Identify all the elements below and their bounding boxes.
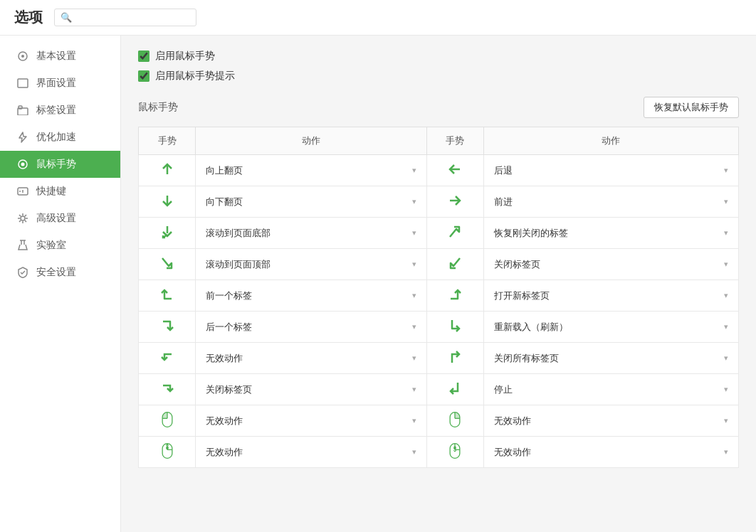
section-title: 鼠标手势 xyxy=(138,101,178,114)
sidebar-label-tabs: 标签设置 xyxy=(36,104,76,117)
dropdown-arrow[interactable]: ▾ xyxy=(412,353,416,363)
sidebar-item-tabs[interactable]: 标签设置 xyxy=(0,97,120,124)
sidebar-label-advanced: 高级设置 xyxy=(36,212,76,225)
svg-line-16 xyxy=(19,215,21,216)
boost-icon xyxy=(16,131,29,144)
main-layout: 基本设置 界面设置 标签设置 优化加速 鼠标手势 xyxy=(0,36,756,532)
sidebar: 基本设置 界面设置 标签设置 优化加速 鼠标手势 xyxy=(0,36,121,532)
action-label: 滚动到页面底部 xyxy=(206,227,271,240)
dropdown-arrow[interactable]: ▾ xyxy=(724,385,728,394)
action-label: 后一个标签 xyxy=(206,321,252,334)
dropdown-arrow[interactable]: ▾ xyxy=(724,291,728,300)
svg-line-17 xyxy=(25,220,26,222)
dropdown-arrow[interactable]: ▾ xyxy=(412,291,416,300)
sidebar-item-boost[interactable]: 优化加速 xyxy=(0,124,120,151)
sidebar-item-shortcut[interactable]: 快捷键 xyxy=(0,178,120,205)
gesture-table: 手势 动作 手势 动作 向上翻页 ▾ xyxy=(138,127,739,468)
checkbox-hint-input[interactable] xyxy=(138,70,149,82)
gesture-icon-cell xyxy=(139,374,196,405)
action-label: 向下翻页 xyxy=(206,196,243,208)
sidebar-item-basic[interactable]: 基本设置 xyxy=(0,43,120,70)
sidebar-item-ui[interactable]: 界面设置 xyxy=(0,70,120,97)
svg-line-19 xyxy=(19,220,21,222)
action-label: 无效动作 xyxy=(494,415,531,427)
action-label: 恢复刚关闭的标签 xyxy=(494,227,568,240)
gesture-icon-cell xyxy=(139,155,196,186)
sidebar-item-security[interactable]: 安全设置 xyxy=(0,259,120,286)
gesture-icon-cell xyxy=(139,343,196,374)
gesture-icon-cell xyxy=(139,186,196,218)
gesture-icon-cell xyxy=(139,437,196,468)
gesture-icon-cell xyxy=(426,186,483,218)
gesture-icon-cell xyxy=(139,249,196,280)
gesture-icon-cell xyxy=(426,218,483,249)
sidebar-item-advanced[interactable]: 高级设置 xyxy=(0,205,120,232)
action-label: 关闭所有标签页 xyxy=(494,352,559,365)
dropdown-arrow[interactable]: ▾ xyxy=(412,228,416,238)
table-row: 滚动到页面顶部 ▾ 关闭标签页 ▾ xyxy=(139,249,739,280)
gesture-icon-cell xyxy=(426,405,483,437)
dropdown-arrow[interactable]: ▾ xyxy=(412,260,416,269)
gesture-icon-cell xyxy=(426,249,483,280)
dropdown-arrow[interactable]: ▾ xyxy=(724,416,728,425)
th-action-2: 动作 xyxy=(483,127,738,155)
table-row: 向下翻页 ▾ 前进 ▾ xyxy=(139,186,739,218)
svg-point-11 xyxy=(21,216,25,220)
table-row: 滚动到页面底部 ▾ 恢复刚关闭的标签 ▾ xyxy=(139,218,739,249)
tabs-icon xyxy=(16,104,29,117)
advanced-icon xyxy=(16,212,29,225)
action-label: 前进 xyxy=(494,196,513,208)
sidebar-item-lab[interactable]: 实验室 xyxy=(0,232,120,259)
gesture-icon-cell xyxy=(139,218,196,249)
sidebar-label-ui: 界面设置 xyxy=(36,77,76,90)
svg-line-18 xyxy=(25,215,26,216)
action-label: 关闭标签页 xyxy=(206,383,252,396)
gesture-icon-cell xyxy=(426,374,483,405)
basic-icon xyxy=(16,50,29,63)
svg-rect-37 xyxy=(454,446,456,449)
svg-rect-34 xyxy=(166,446,168,449)
search-input[interactable] xyxy=(75,12,190,23)
sidebar-item-gesture[interactable]: 鼠标手势 xyxy=(0,151,120,178)
dropdown-arrow[interactable]: ▾ xyxy=(412,166,416,175)
dropdown-arrow[interactable]: ▾ xyxy=(724,447,728,457)
table-row: 无效动作 ▾ xyxy=(139,437,739,468)
search-icon: 🔍 xyxy=(61,12,72,23)
table-row: 前一个标签 ▾ 打开新标签页 ▾ xyxy=(139,280,739,312)
dropdown-arrow[interactable]: ▾ xyxy=(724,228,728,238)
action-label: 重新载入（刷新） xyxy=(494,321,568,334)
section-header: 鼠标手势 恢复默认鼠标手势 xyxy=(138,97,739,118)
gesture-icon-cell xyxy=(426,312,483,343)
gesture-icon-cell xyxy=(139,312,196,343)
restore-button[interactable]: 恢复默认鼠标手势 xyxy=(644,97,739,118)
th-action-1: 动作 xyxy=(196,127,427,155)
lab-icon xyxy=(16,239,29,252)
dropdown-arrow[interactable]: ▾ xyxy=(412,322,416,331)
checkbox-enable-hint: 启用鼠标手势提示 xyxy=(138,70,739,83)
th-gesture-1: 手势 xyxy=(139,127,196,155)
action-label: 无效动作 xyxy=(206,446,243,459)
dropdown-arrow[interactable]: ▾ xyxy=(724,260,728,269)
dropdown-arrow[interactable]: ▾ xyxy=(412,385,416,394)
dropdown-arrow[interactable]: ▾ xyxy=(412,416,416,425)
dropdown-arrow[interactable]: ▾ xyxy=(724,322,728,331)
gesture-icon-cell xyxy=(426,280,483,312)
table-row: 后一个标签 ▾ 重新载入（刷新） ▾ xyxy=(139,312,739,343)
dropdown-arrow[interactable]: ▾ xyxy=(724,166,728,175)
dropdown-arrow[interactable]: ▾ xyxy=(724,197,728,206)
action-label: 向上翻页 xyxy=(206,164,243,177)
gesture-icon-cell xyxy=(426,437,483,468)
ui-icon xyxy=(16,77,29,90)
th-gesture-2: 手势 xyxy=(426,127,483,155)
dropdown-arrow[interactable]: ▾ xyxy=(412,447,416,457)
table-row: 向上翻页 ▾ 后退 ▾ xyxy=(139,155,739,186)
checkbox-enable-gesture: 启用鼠标手势 xyxy=(138,50,739,63)
table-row: 关闭标签页 ▾ 停止 ▾ xyxy=(139,374,739,405)
dropdown-arrow[interactable]: ▾ xyxy=(724,353,728,363)
dropdown-arrow[interactable]: ▾ xyxy=(412,197,416,206)
header: 选项 🔍 xyxy=(0,0,756,36)
search-box[interactable]: 🔍 xyxy=(54,9,196,26)
action-label: 关闭标签页 xyxy=(494,258,540,271)
page-title: 选项 xyxy=(14,8,43,27)
checkbox-gesture-input[interactable] xyxy=(138,50,149,62)
